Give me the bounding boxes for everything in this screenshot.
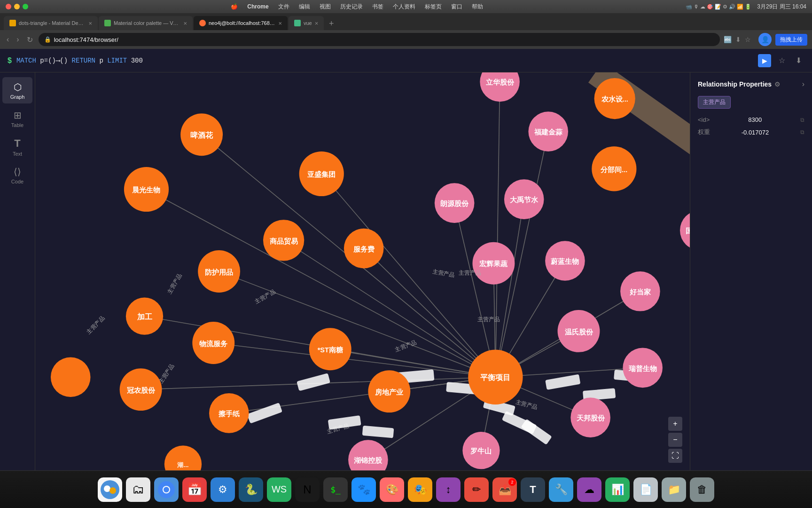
run-query-button[interactable]: ▶: [758, 54, 771, 67]
zoom-out-button[interactable]: −: [668, 433, 682, 447]
tab-4[interactable]: vue ×: [289, 16, 324, 30]
tab-favicon-1: [9, 20, 16, 26]
translate-icon[interactable]: 🔤: [724, 36, 732, 43]
dock-calendar[interactable]: 📅: [182, 477, 207, 502]
datetime: 3月29日 周三 16:04: [757, 3, 806, 11]
bookmark-icon[interactable]: ☆: [745, 36, 751, 43]
svg-text:加工: 加工: [137, 313, 152, 321]
property-id-key: <id>: [698, 116, 710, 123]
match-keyword: MATCH: [16, 57, 36, 64]
svg-text:平衡项目: 平衡项目: [480, 373, 510, 381]
dock-webstorm[interactable]: WS: [267, 477, 291, 502]
tab-close-3[interactable]: ×: [278, 20, 282, 27]
menu-profile[interactable]: 个人资料: [393, 3, 415, 11]
limit-value: 300: [131, 57, 143, 64]
tab-close-2[interactable]: ×: [183, 20, 187, 27]
svg-point-113: [164, 487, 169, 492]
property-weight-copy-icon[interactable]: ⧉: [800, 129, 804, 135]
property-id-copy-icon[interactable]: ⧉: [800, 117, 804, 123]
dock-trash[interactable]: 🗑: [690, 477, 714, 502]
system-icons: 📹 🎙 ☁ 🎯 📝 ⚙ 🔊 📶 🔋: [686, 4, 751, 10]
relationship-tag[interactable]: 主营产品: [698, 96, 731, 109]
dock-intellij[interactable]: ⚙: [211, 477, 235, 502]
tab-1[interactable]: dots-triangle - Material Desig... ×: [4, 16, 98, 30]
svg-point-103: [51, 357, 91, 397]
tab-close-1[interactable]: ×: [88, 20, 92, 27]
dock-numbers[interactable]: 📊: [605, 477, 630, 502]
zoom-in-button[interactable]: +: [668, 417, 682, 431]
dock-arrows[interactable]: ↕: [436, 477, 461, 502]
address-bar-icons: 🔤 ⬇ ☆: [724, 36, 751, 43]
url-box[interactable]: 🔒 localhost:7474/browser/: [39, 33, 720, 46]
menu-help[interactable]: 帮助: [472, 3, 483, 11]
dock-color[interactable]: 🎭: [408, 477, 432, 502]
text-icon: T: [14, 137, 20, 150]
close-button[interactable]: [6, 4, 11, 9]
sidebar-item-graph[interactable]: ⬡ Graph: [2, 77, 32, 103]
tab-bar: dots-triangle - Material Desig... × Mate…: [0, 13, 812, 30]
dock-others[interactable]: 📁: [662, 477, 686, 502]
svg-text:房地产业: 房地产业: [375, 388, 404, 396]
svg-text:擦手纸: 擦手纸: [218, 410, 240, 418]
download-query-icon[interactable]: ⬇: [793, 56, 804, 65]
dock-paw[interactable]: 🐾: [351, 477, 376, 502]
reload-button[interactable]: ↻: [25, 33, 35, 46]
sidebar-item-code[interactable]: ⟨⟩ Code: [2, 162, 32, 188]
upload-button[interactable]: 拖拽上传: [775, 34, 807, 46]
svg-text:主营产品: 主营产品: [477, 316, 500, 323]
dock-terminal[interactable]: $_: [323, 477, 348, 502]
property-weight-row: 权重 -0.017072 ⧉: [698, 128, 804, 136]
svg-text:湖锦控股: 湖锦控股: [354, 457, 383, 464]
tab-favicon-2: [104, 20, 111, 26]
graph-canvas[interactable]: 主营产品 主营产品 主营产品 主营产品 主营产品 主营产品 主营产品 主营产品: [35, 72, 690, 470]
menu-bookmarks[interactable]: 书签: [372, 3, 383, 11]
star-query-icon[interactable]: ☆: [776, 56, 788, 65]
property-weight-value: -0.017072: [742, 129, 769, 136]
dock-preview[interactable]: 📄: [633, 477, 658, 502]
dock-pycharm[interactable]: 🐍: [239, 477, 263, 502]
lock-icon: 🔒: [44, 36, 51, 43]
query-text: MATCH p=()⟶() RETURN p LIMIT 300: [16, 56, 753, 64]
limit-keyword: LIMIT: [107, 57, 127, 64]
tab-3[interactable]: neo4j@bolt://localhost:7687 - ... ×: [194, 16, 288, 30]
fit-button[interactable]: ⛶: [668, 449, 682, 463]
dock-teleport[interactable]: 🔧: [549, 477, 573, 502]
new-tab-button[interactable]: +: [325, 17, 338, 30]
return-keyword: RETURN: [72, 57, 95, 64]
dock-launchpad[interactable]: 🗂: [126, 477, 150, 502]
sidebar-item-text[interactable]: T Text: [2, 134, 32, 160]
table-label: Table: [11, 122, 23, 128]
svg-point-110: [109, 487, 116, 494]
menu-file[interactable]: 文件: [278, 3, 289, 11]
download-icon[interactable]: ⬇: [735, 36, 741, 43]
dock-notion[interactable]: N: [295, 477, 320, 502]
profile-icon[interactable]: 👤: [758, 33, 772, 46]
menu-history[interactable]: 历史记录: [340, 3, 363, 11]
tab-2[interactable]: Material color palette — Vueti... ×: [99, 16, 193, 30]
fullscreen-button[interactable]: [23, 4, 28, 9]
dock-marked[interactable]: 📤 2: [492, 477, 517, 502]
dock-baidu[interactable]: ☁: [577, 477, 601, 502]
dock-typora[interactable]: T: [521, 477, 545, 502]
menu-window[interactable]: 窗口: [451, 3, 462, 11]
svg-text:防护用品: 防护用品: [205, 268, 233, 276]
panel-settings-icon[interactable]: ⚙: [774, 80, 781, 88]
dock-chrome[interactable]: [154, 477, 179, 502]
sidebar-item-table[interactable]: ⊞ Table: [2, 105, 32, 132]
dock-app1[interactable]: 🎨: [380, 477, 404, 502]
tab-close-4[interactable]: ×: [315, 20, 319, 27]
panel-title: Relationship Properties: [698, 80, 772, 88]
svg-text:温氏股份: 温氏股份: [565, 328, 593, 336]
back-button[interactable]: ‹: [5, 33, 11, 46]
dock-finder[interactable]: [98, 477, 122, 502]
apple-menu[interactable]: 🍎: [231, 3, 238, 10]
minimize-button[interactable]: [14, 4, 20, 9]
dock-pen[interactable]: ✏: [464, 477, 489, 502]
zoom-controls: + − ⛶: [668, 417, 682, 463]
menu-edit[interactable]: 编辑: [299, 3, 310, 11]
menu-tabs[interactable]: 标签页: [425, 3, 442, 11]
forward-button[interactable]: ›: [15, 33, 21, 46]
menu-view[interactable]: 视图: [320, 3, 331, 11]
code-icon: ⟨⟩: [14, 166, 21, 177]
panel-chevron-icon[interactable]: ›: [802, 80, 804, 88]
